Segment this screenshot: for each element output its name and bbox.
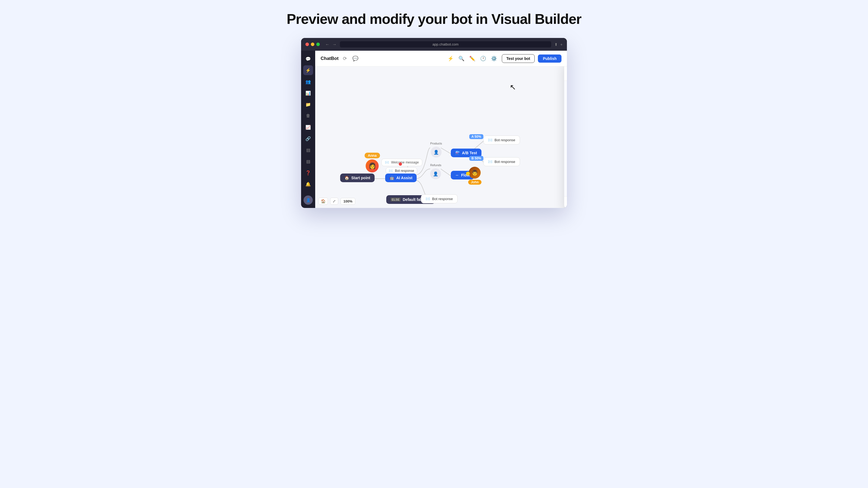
fullscreen-button[interactable]: ⤢ [330,198,338,205]
send-icon-c: ✉️ [426,197,430,201]
else-badge: ELSE [391,198,401,201]
ai-icon: 🤖 [390,176,394,180]
sidebar-icon-users[interactable]: 👥 [303,77,313,87]
john-avatar-node: 👨 John [468,167,482,185]
sidebar-icon-layers2[interactable]: ▤ [303,156,313,166]
topbar: ChatBot ⟳ 💬 ⚡ 🔍 ✏️ 🕐 ⚙️ Test your bot Pu… [315,51,567,66]
search-icon[interactable]: 🔍 [457,55,466,63]
red-dot-indicator [399,162,402,166]
sidebar-avatar[interactable]: 👤 [304,195,313,205]
sidebar-icon-trash[interactable]: 🗑 [303,111,313,121]
chat-header: 🤖 Your Chatbot Online [564,66,567,81]
edit-icon[interactable]: ✏️ [468,55,477,63]
app-body: 💬 ⚡ 👥 📊 📁 🗑 📈 🔗 ▤ ▤ ❓ 🔔 👤 ChatBot ⟳ 💬 [301,51,567,208]
chat-input-area: ➤ [564,196,567,208]
flow-icon: ↔️ [455,173,459,177]
canvas[interactable]: Anna 👩 ✉️ Welcome message ✉️ Bot respons… [315,66,567,208]
maximize-button[interactable] [316,42,320,46]
sidebar-icon-bell[interactable]: 🔔 [303,179,313,189]
browser-actions: ⬆ + [554,42,563,46]
cursor-pointer: ↖ [510,83,516,92]
sidebar-icon-chat[interactable]: 💬 [303,54,313,64]
john-label: John [468,180,482,185]
svg-line-2 [441,169,451,176]
topbar-tools: ⚡ 🔍 ✏️ 🕐 ⚙️ [446,55,499,63]
yellow-dot-indicator [466,172,470,175]
refunds-icon: 👤 [430,168,441,179]
home-icon: 🏠 [344,176,349,180]
close-button[interactable] [305,42,309,46]
bot-response-b-node[interactable]: ✉️ Bot response [484,157,520,166]
minimize-button[interactable] [311,42,314,46]
sidebar-icon-layers1[interactable]: ▤ [303,145,313,155]
sidebar-icon-help[interactable]: ❓ [303,168,313,177]
main-area: ChatBot ⟳ 💬 ⚡ 🔍 ✏️ 🕐 ⚙️ Test your bot Pu… [315,51,567,208]
products-label: Products [430,142,442,145]
comment-icon[interactable]: 💬 [351,55,360,63]
refunds-group-node[interactable]: Refunds 👤 [430,163,441,179]
home-zoom-button[interactable]: 🏠 [318,198,328,205]
chat-panel: 🤖 Your Chatbot Online 🤖 Chatbot Hey [564,66,567,208]
flow-connections [315,66,567,208]
browser-nav: ← → [325,42,337,47]
products-group-node[interactable]: Products 👤 [430,142,442,158]
badge-b-50: B 50% [469,156,484,161]
sidebar-icon-flow[interactable]: ⚡ [303,65,313,75]
forward-nav-button[interactable]: → [332,42,337,47]
welcome-message-node[interactable]: ✉️ Welcome message [381,159,422,166]
browser-window: ← → app.chatbot.com ⬆ + 💬 ⚡ 👥 📊 📁 🗑 📈 🔗 … [301,38,567,208]
canvas-bottombar: 🏠 ⤢ 100% [318,198,355,205]
send-icon-b: ✉️ [488,160,492,164]
sidebar-icon-integrations[interactable]: 🔗 [303,134,313,143]
zoom-level-display: 100% [340,198,355,205]
history-icon[interactable]: 🕐 [478,55,488,63]
sidebar-icon-chart[interactable]: 📈 [303,122,313,132]
start-point-node[interactable]: 🏠 Start point [340,173,375,182]
sidebar-icon-analytics[interactable]: 📊 [303,88,313,98]
badge-a-50: A 50% [469,134,484,139]
anna-avatar-img: 👩 [366,159,379,172]
refunds-label: Refunds [430,163,441,167]
sidebar-icon-reports[interactable]: 📁 [303,99,313,109]
brand-title: ChatBot [321,56,339,61]
anna-avatar-node: Anna 👩 [365,153,380,172]
send-icon-a: ✉️ [488,138,492,142]
svg-line-1 [441,148,451,154]
address-bar[interactable]: app.chatbot.com [340,41,551,47]
john-avatar-img: 👨 [469,167,480,178]
chat-messages: 🤖 Chatbot Hey 👋 I'm ChatBot. Got any que… [564,81,567,196]
back-nav-button[interactable]: ← [325,42,330,47]
traffic-lights [305,42,320,46]
ab-icon: ⚗️ [455,151,460,155]
send-icon: ✉️ [385,161,389,164]
send-icon: ✉️ [389,169,393,173]
sidebar: 💬 ⚡ 👥 📊 📁 🗑 📈 🔗 ▤ ▤ ❓ 🔔 👤 [301,51,315,208]
page-title: Preview and modify your bot in Visual Bu… [287,11,582,27]
share-icon[interactable]: ⬆ [554,42,558,46]
new-tab-icon[interactable]: + [560,42,563,46]
anna-label: Anna [365,153,380,158]
node-icon[interactable]: ⟳ [342,55,348,63]
bot-response-a-node[interactable]: ✉️ Bot response [484,135,520,144]
browser-chrome: ← → app.chatbot.com ⬆ + [301,38,567,51]
bot-response-bottom-node[interactable]: ✉️ Bot response [421,194,458,203]
products-icon: 👤 [431,147,442,158]
test-bot-button[interactable]: Test your bot [502,54,535,63]
ai-assist-node[interactable]: 🤖 AI Assist [385,173,416,182]
publish-button[interactable]: Publish [538,55,561,63]
settings-icon[interactable]: ⚙️ [489,55,499,63]
lightning-icon[interactable]: ⚡ [446,55,455,63]
